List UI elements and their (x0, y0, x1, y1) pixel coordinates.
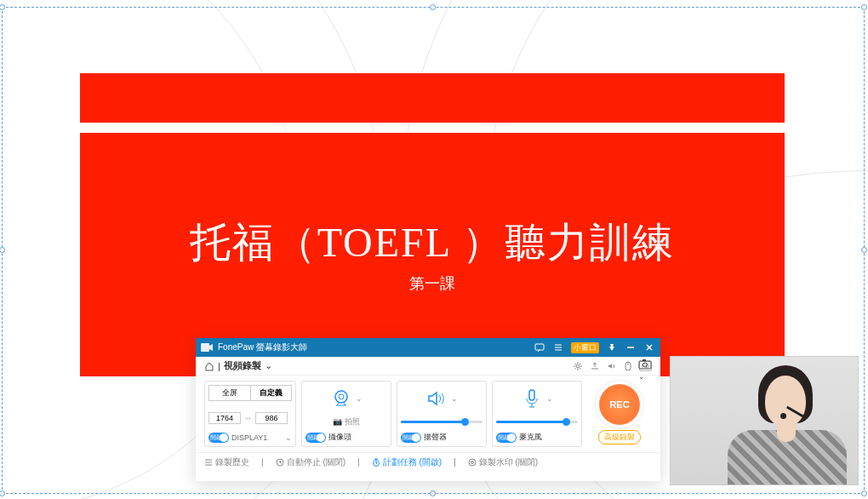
capture-button[interactable]: 📷 拍照 (306, 416, 387, 427)
resize-handle[interactable] (0, 247, 5, 253)
panel-screen: 全屏 自定義 ↔ 開啟 DISPLAY1 ⌄ (204, 381, 296, 447)
resize-handle[interactable] (430, 490, 436, 496)
recorder-app-window[interactable]: FonePaw 螢幕錄影大師 小窗口 | 視 (196, 338, 660, 481)
svg-rect-7 (642, 359, 646, 361)
close-icon[interactable] (643, 341, 655, 353)
snapshot-camera-icon[interactable]: ⌄ (638, 358, 652, 381)
svg-point-6 (643, 363, 648, 367)
chevron-down-icon[interactable]: ⌄ (451, 394, 458, 403)
svg-rect-1 (535, 344, 544, 350)
divider: | (454, 457, 456, 467)
screen-mode-segment[interactable]: 全屏 自定義 (208, 385, 292, 401)
app-title: FonePaw 螢幕錄影大師 (218, 341, 528, 353)
svg-point-2 (576, 364, 580, 368)
export-icon[interactable] (590, 361, 600, 371)
mic-toggle[interactable]: 開啟 (496, 433, 517, 443)
autostop-button[interactable]: 自動停止 (關閉) (276, 456, 345, 468)
chevron-down-icon[interactable]: ⌄ (285, 433, 292, 442)
resize-handle[interactable] (0, 4, 5, 10)
resize-handle[interactable] (430, 4, 436, 10)
advanced-record-button[interactable]: 高級錄製 (598, 430, 641, 445)
svg-point-13 (469, 459, 476, 466)
slide-subtitle[interactable]: 第一課 (409, 273, 455, 294)
app-logo-icon (201, 341, 213, 353)
svg-rect-10 (529, 390, 534, 400)
mic-volume-slider[interactable] (496, 418, 578, 427)
mouse-icon[interactable] (624, 361, 632, 371)
svg-point-8 (335, 391, 347, 403)
svg-rect-0 (201, 343, 209, 352)
screen-toggle[interactable]: 開啟 (208, 433, 229, 443)
divider: | (218, 361, 220, 371)
panel-microphone: ⌄ 開啟 麥克風 (492, 381, 582, 447)
divider: | (261, 457, 264, 467)
lock-aspect-icon[interactable]: ↔ (244, 414, 252, 422)
settings-icon[interactable] (573, 361, 583, 371)
panel-speaker: ⌄ 開啟 揚聲器 (397, 381, 487, 447)
titlebar[interactable]: FonePaw 螢幕錄影大師 小窗口 (196, 338, 660, 357)
speaker-icon (425, 387, 448, 410)
fullscreen-button[interactable]: 全屏 (209, 386, 250, 400)
webcam-icon (330, 387, 352, 410)
camera-toggle[interactable]: 開啟 (306, 433, 326, 443)
height-input[interactable] (255, 412, 288, 424)
svg-rect-5 (639, 361, 651, 369)
messages-icon[interactable] (534, 341, 545, 353)
record-button[interactable]: REC (599, 384, 640, 425)
schedule-button[interactable]: 計劃任務 (開啟) (372, 456, 442, 468)
home-icon[interactable] (204, 361, 214, 371)
speaker-device-label: 揚聲器 (424, 432, 447, 443)
mic-device-label: 麥克風 (519, 432, 542, 443)
chevron-down-icon[interactable]: ⌄ (546, 394, 553, 403)
mode-toolbar: | 視頻錄製 ⌄ F6 (196, 357, 660, 376)
chevron-down-icon[interactable]: ⌄ (265, 360, 272, 371)
mode-label[interactable]: 視頻錄製 (224, 359, 261, 372)
watermark-button[interactable]: 錄製水印 (關閉) (468, 456, 538, 468)
minimize-icon[interactable] (625, 341, 637, 353)
svg-point-14 (471, 461, 473, 463)
width-input[interactable] (208, 412, 241, 424)
display-select[interactable]: DISPLAY1 (231, 433, 283, 442)
panel-camera: ⌄ 📷 拍照 開啟 攝像頭 (301, 381, 391, 447)
resize-handle[interactable] (861, 490, 867, 496)
pin-icon[interactable] (606, 341, 618, 353)
chevron-down-icon[interactable]: ⌄ (356, 394, 363, 403)
app-footer: 錄製歷史 | 自動停止 (關閉) | 計劃任務 (開啟) | 錄製水印 (關閉) (196, 452, 660, 471)
speaker-toggle[interactable]: 開啟 (401, 433, 421, 443)
slide-title[interactable]: 托福（TOEFL ）聽力訓練 (190, 215, 676, 270)
custom-area-button[interactable]: 自定義 (250, 386, 292, 400)
menu-icon[interactable] (552, 341, 564, 353)
divider: | (357, 457, 360, 467)
record-area: REC 高級錄製 (587, 381, 652, 447)
svg-point-9 (339, 394, 344, 399)
camera-preview-image (717, 357, 858, 485)
resize-handle[interactable] (861, 4, 867, 10)
mini-window-badge[interactable]: 小窗口 (571, 342, 599, 353)
speaker-volume-slider[interactable] (401, 418, 483, 427)
resize-handle[interactable] (861, 247, 867, 253)
history-button[interactable]: 錄製歷史 (204, 456, 249, 468)
camera-preview[interactable] (671, 357, 858, 485)
microphone-icon (521, 387, 543, 410)
slide-accent-bar (80, 73, 785, 123)
sound-settings-icon[interactable] (607, 361, 617, 371)
camera-device-label: 攝像頭 (328, 432, 351, 443)
